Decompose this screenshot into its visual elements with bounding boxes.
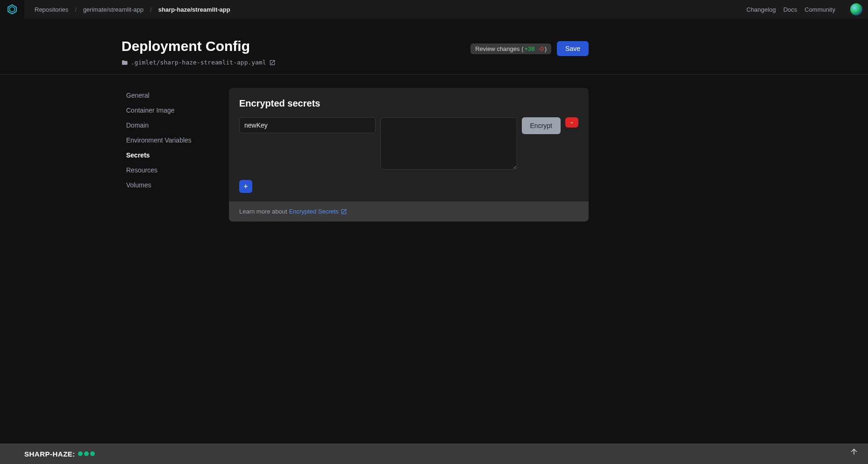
sidebar-item-container-image[interactable]: Container Image: [121, 103, 229, 118]
status-dot-icon: [78, 451, 83, 456]
sidebar-item-general[interactable]: General: [121, 88, 229, 103]
review-changes-label: Review changes (: [475, 45, 523, 52]
breadcrumb-separator: /: [150, 6, 152, 13]
top-nav-links: Changelog Docs Community: [747, 3, 862, 15]
sidebar-item-resources[interactable]: Resources: [121, 163, 229, 178]
config-file-path[interactable]: .gimlet/sharp-haze-streamlit-app.yaml: [121, 59, 276, 66]
review-removed-count: -0: [538, 45, 544, 52]
review-close-paren: ): [545, 45, 547, 52]
topbar: Repositories / gerimate/streamlit-app / …: [0, 0, 868, 19]
sidebar-item-volumes[interactable]: Volumes: [121, 178, 229, 193]
nav-changelog[interactable]: Changelog: [747, 6, 776, 13]
secrets-card-footer: Learn more about Encrypted Secrets: [229, 201, 589, 221]
encrypt-button[interactable]: Encrypt: [522, 117, 561, 134]
secrets-card-title: Encrypted secrets: [239, 98, 578, 109]
status-dot-icon: [84, 451, 89, 456]
breadcrumb-repositories[interactable]: Repositories: [35, 6, 68, 13]
footer-prefix-text: Learn more about: [239, 208, 287, 215]
sidebar-item-domain[interactable]: Domain: [121, 118, 229, 133]
external-link-icon: [269, 59, 276, 66]
secret-key-input[interactable]: [239, 117, 376, 133]
breadcrumb-separator: /: [75, 6, 77, 13]
nav-docs[interactable]: Docs: [783, 6, 797, 13]
remove-secret-button[interactable]: -: [565, 117, 578, 128]
status-dots: [78, 451, 95, 456]
page-title: Deployment Config: [121, 38, 276, 54]
secret-row: Encrypt -: [239, 117, 578, 170]
breadcrumb-repo[interactable]: gerimate/streamlit-app: [83, 6, 143, 13]
svg-marker-0: [8, 5, 16, 14]
settings-sidebar: General Container Image Domain Environme…: [121, 88, 229, 221]
status-bar: SHARP-HAZE:: [0, 443, 868, 464]
review-changes-pill[interactable]: Review changes ( +38 -0 ): [470, 43, 551, 54]
config-file-name: .gimlet/sharp-haze-streamlit-app.yaml: [131, 59, 266, 66]
review-added-count: +38: [524, 45, 534, 52]
page-header: Deployment Config .gimlet/sharp-haze-str…: [0, 19, 868, 75]
scroll-to-top-button[interactable]: [849, 447, 859, 457]
logo[interactable]: [0, 0, 24, 19]
external-link-icon: [341, 208, 347, 215]
environment-label[interactable]: SHARP-HAZE:: [24, 450, 75, 458]
add-secret-button[interactable]: +: [239, 180, 252, 193]
save-button[interactable]: Save: [557, 41, 589, 56]
breadcrumb: Repositories / gerimate/streamlit-app / …: [35, 6, 230, 13]
status-dot-icon: [90, 451, 95, 456]
arrow-up-icon: [849, 447, 859, 457]
sidebar-item-secrets[interactable]: Secrets: [121, 148, 229, 163]
breadcrumb-current[interactable]: sharp-haze/streamlit-app: [158, 6, 230, 13]
secrets-card: Encrypted secrets Encrypt - + Learn more…: [229, 88, 589, 221]
encrypted-secrets-doc-link[interactable]: Encrypted Secrets: [289, 208, 347, 215]
nav-community[interactable]: Community: [804, 6, 835, 13]
folder-icon: [121, 59, 128, 66]
sidebar-item-env-vars[interactable]: Environment Variables: [121, 133, 229, 148]
main-content: General Container Image Domain Environme…: [0, 75, 868, 221]
secret-value-textarea[interactable]: [380, 117, 517, 170]
svg-marker-1: [10, 7, 15, 12]
avatar[interactable]: [850, 3, 862, 15]
hex-logo-icon: [7, 4, 17, 14]
